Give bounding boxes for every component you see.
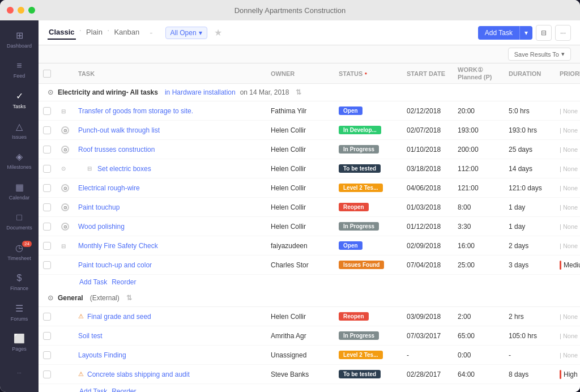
table-row[interactable]: Layouts Finding Unassigned Level 2 Tes..… [39, 346, 580, 365]
row-checkbox[interactable] [43, 203, 61, 211]
task-start-date: 07/04/2018 [407, 261, 458, 269]
task-name-link[interactable]: Soil test [78, 332, 103, 340]
task-work: 25:00 [458, 261, 509, 269]
more-options-button[interactable]: ··· [555, 25, 571, 41]
sidebar-item-dashboard[interactable]: ⊞ Dashboard [2, 25, 36, 54]
close-button[interactable] [7, 7, 14, 14]
row-checkbox[interactable] [43, 332, 61, 340]
task-name-link[interactable]: Layouts Finding [78, 351, 126, 359]
sidebar-item-timesheet[interactable]: ◷ Timesheet 24 [2, 237, 36, 267]
sidebar-item-feed[interactable]: ≡ Feed [2, 56, 36, 85]
dashboard-icon: ⊞ [16, 30, 23, 41]
row-checkbox[interactable] [43, 184, 61, 192]
sidebar-item-pages[interactable]: ⬜ Pages [2, 328, 36, 357]
task-name-cell: Roof trusses construction [78, 146, 271, 154]
table-row[interactable]: ⚠ Final grade and seed Helen Collir Reop… [39, 307, 580, 326]
group-sort-icon[interactable]: ⇅ [296, 88, 301, 96]
sidebar-item-finance[interactable]: $ Finance [2, 267, 36, 297]
table-row[interactable]: ⊙ ⊟ Set electric boxes Helen Collir To b… [39, 159, 580, 178]
row-checkbox[interactable] [43, 313, 61, 321]
task-priority: | None [560, 146, 580, 153]
add-task-button[interactable]: Add Task ▾ [478, 26, 532, 40]
table-row[interactable]: ⊙ Punch-out walk through list Helen Coll… [39, 121, 580, 140]
forums-icon: ☰ [15, 303, 23, 314]
save-results-button[interactable]: Save Results To ▾ [508, 48, 571, 61]
add-task-link-2[interactable]: Add Task [79, 387, 107, 392]
task-status: In Progress [339, 331, 407, 340]
row-checkbox[interactable] [43, 223, 61, 231]
reorder-link-1[interactable]: Reorder [112, 278, 136, 286]
row-subtask-icon: ⊟ [61, 107, 78, 115]
table-row[interactable]: ⊟ Transfer of goods from storage to site… [39, 101, 580, 121]
task-name-link[interactable]: Wood polishing [78, 223, 125, 231]
sidebar-item-tasks[interactable]: ✓ Tasks [2, 86, 36, 115]
sidebar-item-forums[interactable]: ☰ Forums [2, 298, 36, 327]
fullscreen-button[interactable] [28, 7, 35, 14]
add-task-dropdown-icon[interactable]: ▾ [519, 26, 532, 40]
titlebar: Donnelly Apartments Construction [0, 0, 580, 20]
sidebar-label-calendar: Calendar [9, 195, 30, 201]
task-name-link[interactable]: Monthly Fire Safety Check [78, 242, 158, 250]
col-status[interactable]: STATUS ● [339, 70, 407, 77]
table-row[interactable]: Paint touch-up and color Charles Stor Is… [39, 255, 580, 275]
row-checkbox[interactable] [43, 107, 61, 115]
table-row[interactable]: ⊟ Monthly Fire Safety Check faiyazudeen … [39, 236, 580, 255]
task-name-link[interactable]: Concrete slabs shipping and audit [87, 370, 190, 378]
row-checkbox[interactable] [43, 126, 61, 134]
view-dropdown[interactable]: All Open ▾ [165, 27, 207, 39]
sidebar-item-documents[interactable]: □ Documents [2, 207, 36, 236]
task-name-link[interactable]: Electrical rough-wire [78, 184, 140, 192]
task-status: Open [339, 241, 407, 250]
ellipsis-icon: ··· [560, 29, 566, 37]
group-toggle-electricity[interactable]: ⊙ [48, 88, 53, 96]
row-checkbox[interactable] [43, 370, 61, 378]
task-name-link[interactable]: Set electric boxes [97, 165, 151, 173]
group-sort-general-icon[interactable]: ⇅ [126, 294, 132, 302]
task-name-link[interactable]: Transfer of goods from storage to site. [78, 107, 193, 115]
col-work[interactable]: WORK① Planned (P) [458, 66, 509, 80]
task-owner: faiyazudeen [271, 242, 339, 250]
task-status: Level 2 Tes... [339, 351, 407, 359]
tab-plain[interactable]: Plain [85, 25, 104, 40]
col-task[interactable]: TASK [78, 70, 271, 77]
row-checkbox[interactable] [43, 242, 61, 250]
feed-icon: ≡ [16, 61, 22, 71]
table-row[interactable]: ⊙ Electrical rough-wire Helen Collir Lev… [39, 178, 580, 198]
task-name-link[interactable]: Paint touch-up and color [78, 261, 152, 269]
sidebar-item-issues[interactable]: △ Issues [2, 116, 36, 146]
row-checkbox[interactable] [43, 146, 61, 154]
col-start-date[interactable]: START DATE [407, 70, 458, 77]
col-priority[interactable]: PRIORITY [560, 70, 580, 77]
row-checkbox[interactable] [43, 165, 61, 173]
minimize-button[interactable] [18, 7, 24, 14]
sidebar-item-milestones[interactable]: ◈ Milestones [2, 146, 36, 176]
sidebar-item-calendar[interactable]: ▦ Calendar [2, 177, 36, 206]
view-dropdown-label: All Open [170, 29, 197, 37]
col-checkbox[interactable] [43, 70, 61, 78]
col-owner[interactable]: OWNER [271, 70, 339, 77]
filter-button[interactable]: ⊟ [536, 25, 552, 41]
row-icon: ⊙ [61, 126, 78, 135]
table-row[interactable]: ⊙ Paint touchup Helen Collir Reopen 01/0… [39, 198, 580, 217]
task-work: 193:00 [458, 126, 509, 134]
table-row[interactable]: ⊙ Roof trusses construction Helen Collir… [39, 140, 580, 159]
sidebar-item-more[interactable]: ··· [2, 359, 36, 388]
row-checkbox[interactable] [43, 351, 61, 359]
table-row[interactable]: ⊙ Wood polishing Helen Collir In Progres… [39, 217, 580, 236]
task-name-link[interactable]: Final grade and seed [87, 313, 151, 321]
task-priority: | None [560, 108, 580, 114]
col-duration[interactable]: DURATION [509, 70, 560, 77]
table-row[interactable]: Soil test Amritha Agr In Progress 07/03/… [39, 326, 580, 346]
group-toggle-general[interactable]: ⊙ [48, 294, 53, 302]
favorite-star-icon[interactable]: ★ [214, 27, 222, 38]
table-row[interactable]: ⚠ Concrete slabs shipping and audit Stev… [39, 365, 580, 384]
task-name-cell: Wood polishing [78, 223, 271, 231]
reorder-link-2[interactable]: Reorder [112, 387, 136, 392]
tab-kanban[interactable]: Kanban [113, 25, 140, 40]
row-checkbox[interactable] [43, 261, 61, 269]
tab-classic[interactable]: Classic [48, 25, 76, 40]
task-name-link[interactable]: Roof trusses construction [78, 146, 155, 154]
task-name-link[interactable]: Paint touchup [78, 203, 120, 211]
add-task-link-1[interactable]: Add Task [79, 278, 107, 286]
task-name-link[interactable]: Punch-out walk through list [78, 126, 160, 134]
